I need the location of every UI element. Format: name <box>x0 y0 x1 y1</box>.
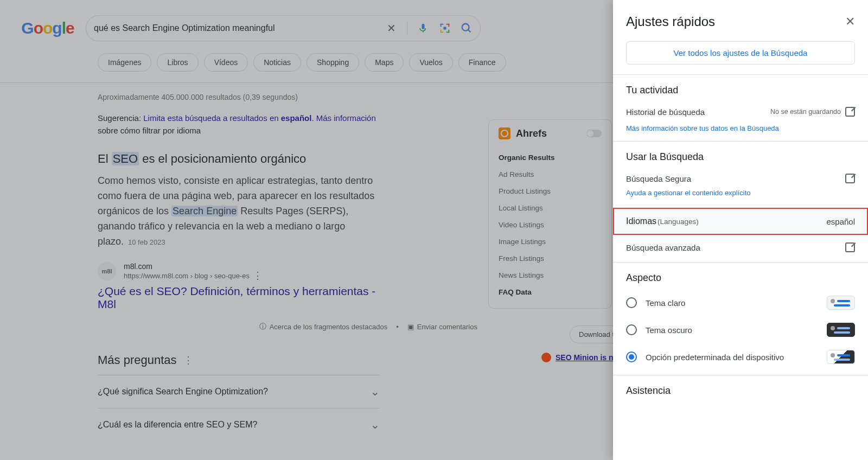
radio-unchecked-icon[interactable] <box>626 324 637 335</box>
radio-checked-icon[interactable] <box>626 352 637 362</box>
theme-device-thumb <box>827 350 855 364</box>
external-link-icon <box>845 174 855 183</box>
languages-row[interactable]: Idiomas(Languages) español <box>613 208 868 235</box>
panel-title: Ajustes rápidos <box>626 14 715 29</box>
theme-device-row[interactable]: Opción predeterminada del dispositivo <box>613 343 868 370</box>
activity-info-link[interactable]: Más información sobre tus datos en la Bú… <box>613 122 868 141</box>
theme-dark-thumb <box>827 323 855 337</box>
external-link-icon <box>845 242 855 252</box>
radio-unchecked-icon[interactable] <box>626 297 637 308</box>
advanced-search-row[interactable]: Búsqueda avanzada <box>613 237 868 258</box>
language-value: español <box>826 217 855 226</box>
activity-section-title: Tu actividad <box>613 75 868 101</box>
safesearch-row[interactable]: Búsqueda Segura <box>613 168 868 189</box>
all-settings-button[interactable]: Ver todos los ajustes de la Búsqueda <box>626 41 855 65</box>
assistance-section-title: Asistencia <box>613 375 868 402</box>
quick-settings-panel: Ajustes rápidos ✕ Ver todos los ajustes … <box>613 0 868 460</box>
theme-dark-row[interactable]: Tema oscuro <box>613 316 868 343</box>
search-history-row[interactable]: Historial de búsqueda No se están guarda… <box>613 101 868 122</box>
theme-light-row[interactable]: Tema claro <box>613 289 868 316</box>
theme-light-thumb <box>827 296 855 310</box>
use-search-section-title: Usar la Búsqueda <box>613 142 868 168</box>
appearance-section-title: Aspecto <box>613 263 868 289</box>
external-link-icon <box>845 107 855 117</box>
close-icon[interactable]: ✕ <box>845 15 855 29</box>
safesearch-info-link[interactable]: Ayuda a gestionar el contenido explícito <box>613 189 868 206</box>
